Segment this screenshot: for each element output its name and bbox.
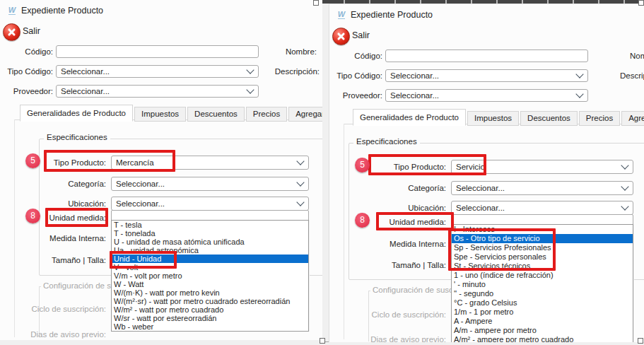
- nombre-label: Nombre:: [630, 52, 644, 60]
- app-icon: [336, 9, 346, 19]
- annotation-rect-selected-units: [448, 228, 556, 271]
- medida-interna-label: Medida Interna:: [329, 240, 446, 248]
- proveedor-label: Proveedor:: [329, 91, 382, 100]
- codigo-label: Código:: [329, 52, 382, 60]
- codigo-input[interactable]: [385, 49, 588, 62]
- salir-button-label: Salir: [23, 26, 40, 36]
- tipo-codigo-label: Tipo Código:: [0, 67, 53, 76]
- chevron-down-icon: [296, 178, 304, 186]
- especificaciones-label: Especificaciones: [44, 133, 110, 141]
- dias-aviso-previo-label: Dias de aviso previo:: [0, 330, 106, 339]
- resize-handle[interactable]: [638, 338, 643, 344]
- ubicacion-label: Ubicación:: [329, 204, 446, 212]
- tab[interactable]: Agregar Productos: [288, 107, 322, 122]
- dropdown-item[interactable]: U - unidad de masa atómica unificada: [112, 238, 308, 246]
- annotation-rect-unidad-medida: [376, 212, 454, 230]
- chevron-down-icon: [296, 198, 304, 206]
- dropdown-item[interactable]: A/m² - ampere por metro cuadrado: [452, 335, 633, 342]
- ubicacion-select[interactable]: Seleccionar...: [111, 197, 309, 211]
- dropdown-item[interactable]: Wb - weber: [112, 322, 308, 331]
- tab[interactable]: Generalidades de Producto: [20, 105, 133, 122]
- especificaciones-label: Especificaciones: [353, 137, 420, 146]
- dropdown-item[interactable]: V/m - volt por metro: [112, 271, 308, 280]
- window-title: Expediente Producto: [21, 6, 103, 16]
- dropdown-item[interactable]: ' - minuto: [452, 280, 633, 289]
- proveedor-label: Proveedor:: [0, 87, 53, 95]
- unidad-medida-dropdown-list: T - teslaT - toneladaU - unidad de masa …: [111, 220, 309, 332]
- annotation-rect-tipo-producto: [368, 154, 486, 175]
- proveedor-select[interactable]: Seleccionar...: [385, 89, 588, 102]
- categoria-select[interactable]: Seleccionar...: [451, 181, 633, 195]
- chevron-down-icon: [246, 86, 254, 93]
- ubicacion-select[interactable]: Seleccionar...: [451, 201, 633, 215]
- salir-button[interactable]: Salir: [1, 22, 51, 41]
- tab[interactable]: Generalidades de Producto: [353, 109, 466, 126]
- annotation-rect-tipo-producto: [44, 150, 175, 172]
- configuracion-suscripcion-label: Configuración de susc: [370, 286, 455, 294]
- app-icon: [7, 5, 17, 15]
- dropdown-item[interactable]: 1 - uno (índice de refracción): [452, 271, 633, 280]
- tab-strip: Generalidades de ProductoImpuestosDescue…: [353, 109, 644, 126]
- chevron-down-icon: [575, 90, 583, 98]
- dropdown-item[interactable]: '' - segundo: [452, 289, 633, 298]
- annotation-badge-5: 5: [355, 158, 370, 172]
- chevron-down-icon: [621, 182, 628, 190]
- chevron-down-icon: [621, 161, 628, 169]
- categoria-label: Categoría:: [329, 184, 446, 192]
- tab[interactable]: Impuestos: [467, 111, 519, 126]
- ciclo-suscripcion-label: Ciclo de suscripción:: [0, 305, 106, 313]
- ciclo-suscripcion-label: Ciclo de suscripción:: [329, 310, 446, 319]
- window-expediente-producto-mercancia: Expediente Producto Salir Código: Tipo C…: [0, 0, 322, 340]
- salir-button[interactable]: Salir: [331, 26, 380, 45]
- chevron-down-icon: [575, 70, 583, 78]
- tab-strip: Generalidades de ProductoImpuestosDescue…: [20, 105, 322, 122]
- chevron-down-icon: [621, 202, 628, 210]
- categoria-select[interactable]: Seleccionar...: [111, 177, 309, 191]
- dropdown-item[interactable]: W/m² - watt por metro cuadrado: [112, 305, 308, 314]
- resize-handle[interactable]: [638, 0, 644, 6]
- chevron-down-icon: [246, 66, 254, 74]
- annotation-rect-unidad-medida: [45, 208, 108, 227]
- dropdown-item[interactable]: °C - grado Celsius: [452, 298, 633, 308]
- tipo-codigo-select[interactable]: Seleccionar...: [56, 65, 259, 78]
- dropdown-item[interactable]: W - Watt: [112, 280, 308, 288]
- tamano-talla-label: Tamaño | Talla:: [0, 256, 106, 264]
- dropdown-item[interactable]: A/m - ampere por metro: [452, 326, 633, 335]
- codigo-label: Código:: [0, 47, 53, 56]
- medida-interna-label: Medida Interna:: [0, 234, 106, 242]
- tamano-talla-label: Tamaño | Talla:: [329, 261, 446, 269]
- proveedor-select[interactable]: Seleccionar...: [56, 85, 259, 98]
- ubicacion-label: Ubicación:: [0, 199, 106, 208]
- annotation-badge-8: 8: [355, 213, 370, 228]
- window-title: Expediente Producto: [351, 10, 433, 20]
- dropdown-item[interactable]: W/sr - watt por estereorradián: [112, 314, 308, 322]
- tab[interactable]: Descuentos: [520, 111, 578, 126]
- dropdown-item[interactable]: W/(m²·sr) - watt por metro cuadrado este…: [112, 297, 308, 305]
- tab[interactable]: Precios: [246, 107, 287, 122]
- annotation-badge-5: 5: [25, 153, 40, 168]
- salir-button-label: Salir: [352, 30, 370, 40]
- exit-icon: [3, 23, 21, 41]
- codigo-input[interactable]: [56, 45, 259, 58]
- dropdown-item[interactable]: W/(m·K) - watt por metro kevin: [112, 288, 308, 297]
- configuracion-suscripcion-label: Configuración de sus: [41, 281, 122, 290]
- dias-aviso-previo-label: Dias de aviso previo:: [329, 335, 446, 342]
- tipo-codigo-select[interactable]: Seleccionar...: [385, 69, 588, 82]
- tabpage-border: [344, 124, 344, 339]
- tab[interactable]: Agregar Productos: [621, 111, 644, 126]
- tab[interactable]: Impuestos: [134, 107, 186, 122]
- tab[interactable]: Precios: [579, 111, 620, 126]
- resize-handle[interactable]: [320, 338, 325, 344]
- dropdown-item[interactable]: T - tonelada: [112, 229, 308, 238]
- exit-icon: [332, 28, 350, 45]
- annotation-rect-selected-unit: [110, 251, 177, 269]
- annotation-badge-8: 8: [25, 209, 40, 223]
- descripcion-label: Descripción:: [267, 67, 320, 76]
- screenshot-canvas: Expediente Producto Salir Código: Tipo C…: [0, 0, 644, 345]
- dropdown-item[interactable]: T - tesla: [112, 221, 308, 229]
- tipo-codigo-label: Tipo Código:: [329, 71, 382, 80]
- tab[interactable]: Descuentos: [187, 107, 245, 122]
- resize-handle[interactable]: [313, 0, 319, 6]
- dropdown-item[interactable]: 1/m - 1 por metro: [452, 308, 633, 317]
- dropdown-item[interactable]: A - Ampere: [452, 317, 633, 326]
